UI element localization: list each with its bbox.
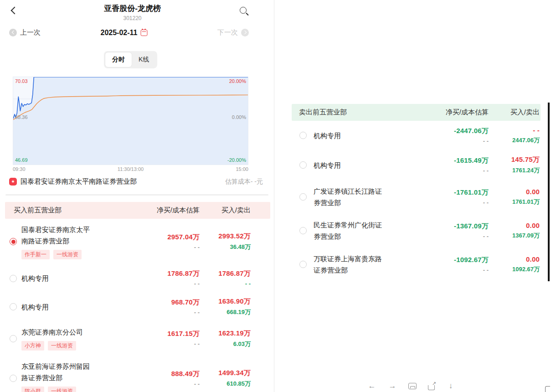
radio-button[interactable] — [299, 193, 307, 201]
buy-row-3[interactable]: 机构专用 968.70万 - - 1636.90万 668.19万 — [5, 292, 270, 321]
branch-name: 民生证券常州广化街证券营业部 — [314, 219, 386, 242]
sell-value: 1367.09万 — [489, 232, 540, 240]
arrow-right-icon[interactable]: → — [388, 382, 397, 390]
tag: 一线游资 — [48, 387, 76, 392]
cost-estimate: - - — [136, 309, 200, 316]
tag: 一线游资 — [53, 250, 82, 259]
tag: 陈小群 — [21, 387, 44, 392]
buy-row-4[interactable]: 东莞证券南京分公司 小方神 一线游资 1617.15万 - - 1623.19万… — [5, 321, 270, 356]
buy-table-header: 买入前五营业部 净买/成本估算 买入/卖出 — [5, 202, 270, 219]
sell-row-4[interactable]: 民生证券常州广化街证券营业部 -1367.09万 - - 0.00 1367.0… — [292, 214, 541, 248]
branch-name: 东莞证券南京分公司 — [21, 326, 94, 338]
radio-button[interactable] — [10, 275, 17, 282]
sell-value: 2447.06万 — [489, 136, 540, 144]
buy-top5-table: 买入前五营业部 净买/成本估算 买入/卖出 国泰君安证券南京太平南路证券营业部 … — [5, 202, 270, 392]
date-picker[interactable]: 2025-02-11 — [101, 29, 148, 37]
cost-estimate: - - — [425, 138, 489, 144]
tag: 作手新一 — [21, 250, 50, 259]
sell-row-1[interactable]: 机构专用 -2447.06万 - - - - 2447.06万 — [292, 121, 541, 150]
cost-estimate: - - — [425, 267, 489, 273]
search-icon[interactable] — [240, 7, 247, 14]
tab-kline-chart[interactable]: K线 — [132, 52, 156, 67]
radio-button[interactable] — [299, 261, 307, 268]
stock-detail-panel: 亚香股份-龙虎榜 301220 上一次 2025-02-11 下一次 分时 K线 — [0, 0, 274, 392]
net-buy-value: 1786.87万 — [136, 269, 200, 278]
circle-chevron-left-icon — [9, 29, 17, 36]
y-axis-low-pct: -20.00% — [227, 157, 246, 163]
buy-value: 145.75万 — [489, 155, 540, 164]
net-buy-value: 2957.04万 — [136, 233, 200, 242]
sell-value: 1761.01万 — [489, 198, 540, 206]
radio-button[interactable] — [10, 375, 17, 382]
window-icon[interactable] — [408, 383, 417, 389]
download-icon[interactable]: ↓ — [446, 382, 455, 390]
branch-name: 机构专用 — [21, 301, 94, 313]
x-tick-open: 09:30 — [13, 166, 26, 172]
buy-header-net: 净买/成本估算 — [136, 206, 200, 215]
stock-code: 301220 — [46, 15, 219, 21]
clipped-icon — [545, 386, 550, 392]
net-buy-value: -1367.09万 — [425, 222, 489, 231]
buy-header-trade: 买入/卖出 — [200, 206, 251, 215]
prev-date-label: 上一次 — [20, 28, 41, 37]
buy-value: - - — [489, 126, 540, 134]
buy-value: 0.00 — [489, 255, 540, 263]
buy-value: 1623.19万 — [200, 329, 251, 338]
y-axis-mid-pct: 0.00% — [232, 114, 246, 120]
branch-name: 广发证券镇江长江路证券营业部 — [314, 186, 386, 208]
radio-button[interactable] — [299, 161, 307, 169]
back-icon[interactable] — [11, 7, 19, 15]
cost-estimate: - - — [425, 167, 489, 174]
cost-estimate: - - — [136, 340, 200, 347]
y-axis-high-price: 70.03 — [15, 78, 28, 84]
sell-row-2[interactable]: 机构专用 -1615.49万 - - 145.75万 1761.24万 — [292, 150, 541, 180]
arrow-left-icon[interactable]: ← — [367, 382, 376, 390]
radio-button[interactable] — [299, 132, 307, 139]
price-area-fill — [13, 77, 248, 165]
scrollbar[interactable] — [548, 103, 550, 281]
chart-type-tabs: 分时 K线 — [104, 51, 157, 68]
buy-row-1[interactable]: 国泰君安证券南京太平南路证券营业部 作手新一 一线游资 2957.04万 - -… — [5, 219, 270, 264]
net-buy-value: -1615.49万 — [425, 156, 489, 165]
sell-value: 36.48万 — [200, 243, 251, 251]
radio-button[interactable] — [299, 227, 307, 234]
branch-tags: 作手新一 一线游资 — [21, 250, 136, 259]
intraday-chart: 70.03 58.36 46.69 20.00% 0.00% -20.00% — [13, 77, 248, 165]
radio-button[interactable] — [10, 335, 17, 342]
x-axis-labels: 09:30 11:30/13:00 15:00 — [13, 166, 248, 172]
estimated-cost-label: 估算成本- -元 — [225, 178, 263, 186]
sell-header-trade: 买入/卖出 — [489, 108, 540, 117]
buy-value: 1499.34万 — [200, 369, 251, 377]
selected-branch-summary: 国泰君安证券南京太平南路证券营业部 估算成本- -元 — [9, 177, 263, 186]
next-date-button[interactable]: 下一次 — [217, 28, 249, 37]
date-navigation: 上一次 2025-02-11 下一次 — [0, 28, 274, 40]
sell-value: 668.19万 — [200, 308, 251, 316]
y-axis-mid-price: 58.36 — [15, 114, 28, 120]
radio-button[interactable] — [10, 238, 17, 245]
section-divider — [5, 194, 268, 196]
chart-canvas — [13, 77, 248, 165]
tab-minute-chart[interactable]: 分时 — [105, 52, 132, 67]
prev-date-button[interactable]: 上一次 — [9, 28, 41, 37]
sell-value: 610.85万 — [200, 380, 251, 388]
page-title: 亚香股份-龙虎榜 — [46, 3, 219, 14]
share-icon[interactable] — [428, 385, 435, 390]
sell-table-header: 卖出前五营业部 净买/成本估算 买入/卖出 — [292, 104, 541, 121]
sell-row-5[interactable]: 万联证券上海富贵东路证券营业部 -1092.67万 - - 0.00 1092.… — [292, 248, 541, 281]
buy-row-5[interactable]: 东亚前海证券苏州留园路证券营业部 陈小群 一线游资 888.49万 - - 14… — [5, 356, 270, 392]
y-axis-low-price: 46.69 — [15, 157, 28, 163]
branch-name: 机构专用 — [314, 160, 386, 171]
buy-row-2[interactable]: 机构专用 1786.87万 - - 1786.87万 - - — [5, 264, 270, 292]
header: 亚香股份-龙虎榜 301220 — [46, 3, 219, 21]
sell-value: 1092.67万 — [489, 265, 540, 273]
sell-row-3[interactable]: 广发证券镇江长江路证券营业部 -1761.01万 - - 0.00 1761.0… — [292, 180, 541, 214]
next-date-label: 下一次 — [217, 28, 238, 37]
buy-value: 2993.52万 — [200, 232, 251, 241]
sell-value: 1761.24万 — [489, 166, 540, 175]
star-badge-icon — [9, 178, 17, 186]
radio-button[interactable] — [10, 303, 17, 310]
buy-value: 0.00 — [489, 222, 540, 229]
branch-tags: 小方神 一线游资 — [21, 341, 136, 351]
net-buy-value: -1092.67万 — [425, 256, 489, 264]
current-date: 2025-02-11 — [101, 29, 138, 37]
